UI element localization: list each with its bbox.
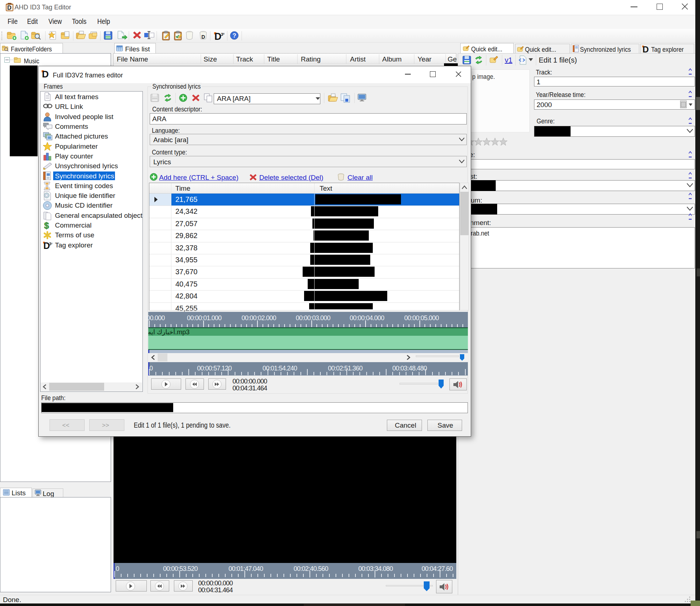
svg-text:D: D <box>42 69 49 79</box>
svg-text:3²: 3² <box>49 242 53 246</box>
svg-text:D: D <box>214 31 222 41</box>
svg-text:3²: 3² <box>221 32 225 37</box>
svg-text:?: ? <box>232 32 236 39</box>
svg-text:D: D <box>643 45 649 54</box>
svg-text:D: D <box>7 5 12 11</box>
svg-text:D: D <box>201 34 205 40</box>
svg-text:$: $ <box>44 221 49 230</box>
